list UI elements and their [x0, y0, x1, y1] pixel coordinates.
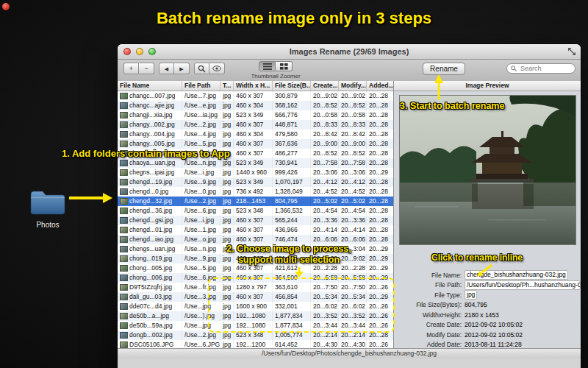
cell-modify: 20...0:58: [339, 110, 367, 120]
inline-rename-annotation: Click to rename inline: [431, 252, 523, 263]
cell-size: 479,580: [273, 130, 311, 139]
close-button[interactable]: [123, 48, 131, 55]
search-input[interactable]: [519, 64, 571, 73]
search-field[interactable]: [506, 63, 576, 74]
preview-image: [399, 95, 576, 245]
cell-size: 1,366,532: [273, 206, 311, 216]
cell-file-name: chengd...19.jpg: [118, 177, 182, 187]
table-row[interactable]: de50b...a...jpg /Use...).jpg jpg 192...1…: [118, 311, 393, 321]
rename-button[interactable]: Rename: [423, 63, 465, 75]
cell-added: 20...28: [367, 149, 393, 158]
preview-field: File Size(Bytes):804,795: [394, 300, 581, 311]
table-row[interactable]: dde07c...d4.jpg /Use...jpg jpg 1600 x 90…: [118, 302, 393, 311]
table-row[interactable]: changji...xia.jpg /Use...ia.jpg jpg 523 …: [118, 110, 393, 120]
thumbnail-icon: [120, 313, 128, 319]
column-header[interactable]: Added...: [367, 81, 393, 91]
table-row[interactable]: changy...002.jpg /Use...2.jpg jpg 460 x …: [118, 120, 393, 130]
zoom-loupe-button[interactable]: [194, 63, 209, 74]
cell-added: 20...28: [367, 330, 393, 340]
table-row[interactable]: chengd...36.jpg /Use...6.jpg jpg 523 x 3…: [118, 206, 393, 216]
cell-modify: 20...8:42: [339, 130, 367, 139]
zoom-window-button[interactable]: [148, 48, 156, 55]
column-header[interactable]: Modify...: [339, 81, 367, 91]
cell-file-name: changy...002.jpg: [118, 120, 182, 130]
preview-photo-scene: [400, 96, 576, 244]
file-table: File NameFile PathT...Width x H...File S…: [118, 81, 393, 358]
column-header[interactable]: File Size(B...: [273, 81, 311, 91]
cell-dims: 192...1080: [234, 321, 273, 330]
field-value[interactable]: /Users/fun/Desktop/Ph...hushanzhuang-032…: [465, 280, 581, 290]
cell-dims: 523 x 349: [234, 110, 273, 120]
table-row[interactable]: dali_gu...03.jpg /Use...3.jpg jpg 460 x …: [118, 292, 393, 302]
table-row[interactable]: de50b...59a.jpg /Use...jpg jpg 192...108…: [118, 321, 393, 330]
cell-added: 20...29: [367, 292, 393, 302]
arrow-to-filename-field: [474, 263, 495, 279]
arrow-to-rename-button: [434, 74, 444, 101]
table-row[interactable]: chaoya...uan.jpg /Use...n.jpg jpg 523 x …: [118, 158, 393, 168]
field-value[interactable]: jpg: [465, 290, 477, 300]
table-row[interactable]: changc...007.jpg /Use...7.jpg jpg 460 x …: [118, 91, 393, 101]
table-row[interactable]: D9T5tZzqfrj.jpg /Use...fr.jpg jpg 1280 x…: [118, 283, 393, 292]
list-view-button[interactable]: [259, 61, 276, 71]
cell-dims: 1600 x 900: [234, 302, 273, 311]
arrow-to-selection: [293, 266, 305, 278]
table-row[interactable]: chong...006.jpg /Use...6.jpg jpg 460 x 3…: [118, 273, 393, 283]
table-row[interactable]: chengd...01.jpg /Use...1.jpg jpg 460 x 3…: [118, 225, 393, 235]
cell-type: jpg: [220, 110, 234, 120]
cell-name: chong...006.jpg: [129, 273, 172, 283]
preview-eye-button[interactable]: [209, 63, 225, 74]
cell-create: 20...3:36: [311, 216, 339, 225]
thumbnail-zoomer-label: Thumbnail Zoomer: [239, 73, 312, 79]
thumbnail-icon: [120, 246, 128, 252]
cell-modify: 20...9:02: [339, 91, 367, 101]
cell-modify: 20...8:33: [339, 120, 367, 130]
cell-path: /Use...e.jpg: [182, 101, 220, 110]
table-row[interactable]: changy...004.jpg /Use...4.jpg jpg 460 x …: [118, 130, 393, 139]
magnifier-icon: [198, 65, 206, 73]
fullscreen-icon[interactable]: [568, 48, 576, 55]
add-folder-button[interactable]: +: [123, 63, 139, 74]
thumbnail-view-button[interactable]: [276, 61, 293, 71]
cell-name: D9T5tZzqfrj.jpg: [129, 283, 172, 292]
cell-path: /Use...fr.jpg: [182, 283, 220, 292]
thumbnail-icon: [120, 284, 128, 291]
column-header[interactable]: File Path: [182, 81, 220, 91]
cell-type: jpg: [220, 273, 234, 283]
window-content: File NameFile PathT...Width x H...File S…: [118, 81, 581, 358]
preview-field: File Path:/Users/fun/Desktop/Ph...hushan…: [394, 280, 581, 291]
column-header[interactable]: File Name: [118, 81, 182, 91]
thumbnail-icon: [120, 236, 128, 243]
thumbnail-icon: [120, 303, 128, 310]
cell-added: 20...28: [367, 177, 393, 187]
cell-size: 300,879: [273, 91, 311, 101]
column-header[interactable]: T...: [220, 81, 234, 91]
column-header[interactable]: Create...: [311, 81, 339, 91]
table-row[interactable]: chengd...0.jpg /Use...0.jpg jpg 736 x 49…: [118, 187, 393, 197]
preview-field: Modify Date:2012-09-02 10:05:02: [394, 330, 581, 340]
cell-size: 730,941: [273, 158, 311, 168]
back-button[interactable]: ◀: [159, 63, 174, 74]
table-row[interactable]: dongb...002.jpg /Use...2.jpg jpg 523 x 3…: [118, 330, 393, 340]
table-row[interactable]: chengd...gsi.jpg /Use...i.jpg jpg 460 x …: [118, 216, 393, 225]
cell-create: 20...5:34: [311, 292, 339, 302]
remove-button[interactable]: −: [139, 63, 154, 74]
cell-dims: 523 x 349: [234, 177, 273, 187]
cell-size: 566,776: [273, 110, 311, 120]
cell-name: chengd...gsi.jpg: [129, 216, 173, 225]
photos-folder[interactable]: Photos: [26, 187, 69, 229]
thumbnail-icon: [120, 141, 128, 147]
cell-dims: 460 x 307: [234, 149, 273, 158]
table-row[interactable]: changc...ajie.jpg /Use...e.jpg jpg 460 x…: [118, 101, 393, 110]
table-row[interactable]: chegns...ipai.jpg /Use...i.jpg jpg 1440 …: [118, 168, 393, 177]
minimize-button[interactable]: [136, 48, 143, 55]
list-view-icon: [263, 63, 272, 70]
table-row[interactable]: chengd...32.jpg /Use...2.jpg jpg 218...1…: [118, 197, 393, 206]
table-row[interactable]: chengd...19.jpg /Use...9.jpg jpg 523 x 3…: [118, 177, 393, 187]
field-label: File Name:: [394, 272, 465, 279]
field-label: Create Date:: [394, 321, 465, 328]
forward-button[interactable]: ▶: [174, 63, 190, 74]
cell-create: 20...4:52: [311, 187, 339, 197]
column-header[interactable]: Width x H...: [234, 81, 273, 91]
cell-type: jpg: [220, 197, 234, 206]
cell-file-name: dde07c...d4.jpg: [118, 302, 182, 311]
